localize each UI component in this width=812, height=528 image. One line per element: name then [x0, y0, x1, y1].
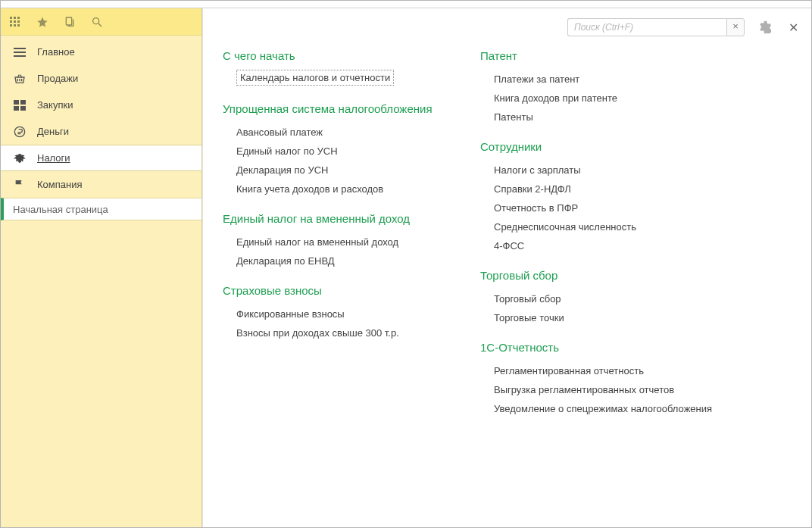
- svg-rect-1: [14, 17, 16, 19]
- svg-rect-0: [10, 17, 12, 19]
- link-usn-declaration[interactable]: Декларация по УСН: [236, 161, 450, 180]
- eagle-icon: [13, 152, 27, 165]
- section-title: С чего начать: [223, 49, 450, 62]
- link-over300-contrib[interactable]: Взносы при доходах свыше 300 т.р.: [236, 323, 450, 342]
- content-area: С чего начать Календарь налогов и отчетн…: [203, 46, 811, 527]
- svg-rect-4: [14, 20, 16, 23]
- svg-line-11: [98, 23, 102, 27]
- section-title: Страховые взносы: [223, 284, 450, 297]
- svg-rect-6: [10, 24, 12, 27]
- sidebar-tab-label: Начальная страница: [13, 204, 108, 215]
- content-columns: С чего начать Календарь налогов и отчетн…: [223, 49, 789, 432]
- svg-rect-19: [20, 100, 26, 105]
- section-title: 1С-Отчетность: [480, 341, 730, 354]
- menu-icon: [13, 45, 27, 59]
- sidebar-item-sales[interactable]: Продажи: [1, 65, 201, 92]
- section-patent: Патент Платежи за патент Книга доходов п…: [480, 49, 730, 127]
- section-employees: Сотрудники Налоги с зарплаты Справки 2-Н…: [480, 140, 730, 255]
- link-patents[interactable]: Патенты: [494, 108, 730, 127]
- svg-point-23: [767, 29, 772, 34]
- history-icon[interactable]: [61, 14, 78, 30]
- search-icon[interactable]: [89, 14, 105, 30]
- link-regulated-reports[interactable]: Регламентированная отчетность: [494, 361, 730, 380]
- section-usn: Упрощенная система налогообложения Аванс…: [223, 102, 450, 198]
- link-envd-declaration[interactable]: Декларация по ЕНВД: [236, 252, 450, 270]
- link-special-regime-notice[interactable]: Уведомление о спецрежимах налогообложени…: [494, 399, 730, 418]
- content-column-left: С чего начать Календарь налогов и отчетн…: [223, 49, 450, 432]
- sidebar-nav: Главное Продажи Закупки: [1, 36, 201, 198]
- section-title: Сотрудники: [480, 140, 730, 153]
- main-panel: × ✕ С чего начать Календарь налогов и от…: [202, 8, 811, 527]
- svg-rect-20: [14, 106, 19, 111]
- flag-icon: [13, 178, 27, 192]
- svg-rect-2: [17, 17, 20, 19]
- link-patent-payments[interactable]: Платежи за патент: [494, 70, 730, 89]
- link-pfr-reports[interactable]: Отчетность в ПФР: [494, 198, 730, 217]
- boxes-icon: [13, 98, 27, 112]
- apps-icon[interactable]: [7, 14, 23, 30]
- sidebar-item-label: Деньги: [37, 126, 69, 137]
- sidebar-toolstrip: [1, 8, 201, 36]
- sidebar-item-label: Главное: [37, 46, 75, 58]
- app-body: Главное Продажи Закупки: [1, 8, 811, 527]
- svg-rect-9: [66, 17, 71, 25]
- svg-rect-8: [17, 24, 20, 27]
- link-advance-payment[interactable]: Авансовый платеж: [236, 123, 450, 142]
- section-insurance: Страховые взносы Фиксированные взносы Вз…: [223, 284, 450, 342]
- settings-button[interactable]: [755, 18, 773, 36]
- sidebar-item-company[interactable]: Компания: [1, 171, 201, 198]
- section-envd: Единый налог на вмененный доход Единый н…: [223, 212, 450, 270]
- app-window: Главное Продажи Закупки: [0, 0, 812, 528]
- ruble-icon: [13, 125, 27, 139]
- link-income-expense-book[interactable]: Книга учета доходов и расходов: [236, 180, 450, 198]
- link-avg-headcount[interactable]: Среднесписочная численность: [494, 217, 730, 236]
- sidebar-item-label: Продажи: [37, 73, 78, 84]
- link-export-regulated[interactable]: Выгрузка регламентированных отчетов: [494, 380, 730, 399]
- link-envd-tax[interactable]: Единый налог на вмененный доход: [236, 233, 450, 252]
- window-titlebar: [1, 1, 811, 8]
- svg-rect-18: [14, 100, 19, 105]
- sidebar-item-label: Закупки: [37, 99, 73, 111]
- svg-rect-3: [10, 20, 12, 23]
- search-group: ×: [567, 18, 745, 36]
- sidebar: Главное Продажи Закупки: [1, 8, 202, 527]
- link-payroll-taxes[interactable]: Налоги с зарплаты: [494, 161, 730, 180]
- sidebar-item-main[interactable]: Главное: [1, 39, 201, 65]
- section-1c-reporting: 1С-Отчетность Регламентированная отчетно…: [480, 341, 730, 418]
- sidebar-open-tab[interactable]: Начальная страница: [1, 198, 201, 220]
- link-trade-fee[interactable]: Торговый сбор: [494, 289, 730, 308]
- svg-rect-5: [17, 20, 20, 23]
- section-start: С чего начать Календарь налогов и отчетн…: [223, 49, 450, 86]
- section-title: Торговый сбор: [480, 269, 730, 282]
- main-toolbar: × ✕: [203, 8, 811, 46]
- section-title: Упрощенная система налогообложения: [223, 102, 450, 115]
- close-button[interactable]: ✕: [784, 18, 802, 36]
- content-column-right: Патент Платежи за патент Книга доходов п…: [480, 49, 730, 432]
- link-2ndfl[interactable]: Справки 2-НДФЛ: [494, 180, 730, 198]
- link-fixed-contrib[interactable]: Фиксированные взносы: [236, 305, 450, 323]
- svg-rect-21: [20, 106, 26, 111]
- star-icon[interactable]: [34, 14, 51, 30]
- sidebar-item-money[interactable]: Деньги: [1, 118, 201, 145]
- svg-point-10: [93, 17, 99, 23]
- search-input[interactable]: [567, 18, 726, 36]
- sidebar-item-label: Компания: [37, 179, 83, 190]
- search-clear-button[interactable]: ×: [726, 18, 745, 36]
- link-usn-tax[interactable]: Единый налог по УСН: [236, 142, 450, 161]
- link-trade-points[interactable]: Торговые точки: [494, 308, 730, 327]
- section-title: Единый налог на вмененный доход: [223, 212, 450, 225]
- section-title: Патент: [480, 49, 730, 62]
- section-trade-fee: Торговый сбор Торговый сбор Торговые точ…: [480, 269, 730, 327]
- link-tax-calendar[interactable]: Календарь налогов и отчетности: [236, 70, 394, 86]
- sidebar-item-purchases[interactable]: Закупки: [1, 92, 201, 118]
- sidebar-item-taxes[interactable]: Налоги: [1, 145, 201, 171]
- svg-rect-7: [14, 24, 16, 27]
- sidebar-item-label: Налоги: [37, 152, 70, 164]
- link-patent-income-book[interactable]: Книга доходов при патенте: [494, 89, 730, 108]
- basket-icon: [13, 72, 27, 86]
- link-4fss[interactable]: 4-ФСС: [494, 236, 730, 255]
